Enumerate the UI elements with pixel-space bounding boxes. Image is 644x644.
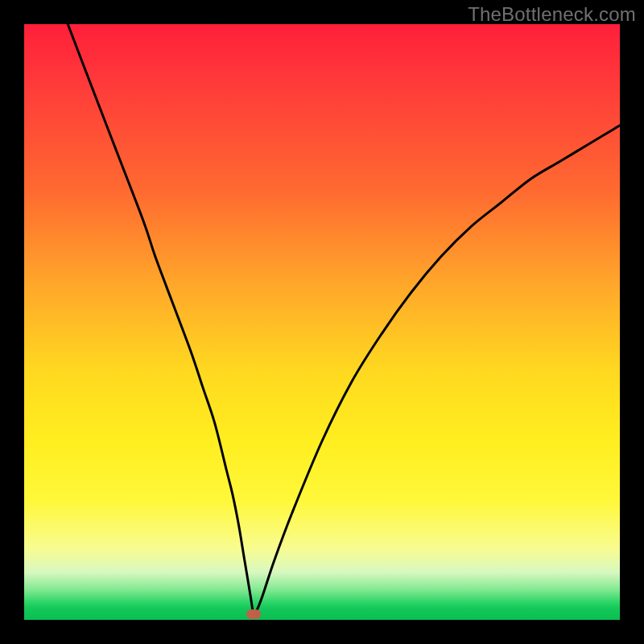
watermark-text: TheBottleneck.com <box>468 3 636 26</box>
plot-area <box>24 24 620 620</box>
bottleneck-curve-path <box>24 24 620 615</box>
optimal-point-marker <box>246 609 261 619</box>
chart-container: TheBottleneck.com <box>0 0 644 644</box>
curve-svg <box>24 24 620 620</box>
